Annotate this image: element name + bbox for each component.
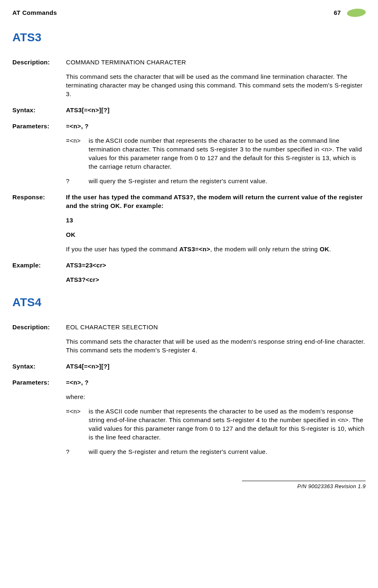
parameters-content-4: =<n>, ? where: =<n> is the ASCII code nu… bbox=[66, 378, 366, 456]
response-p2: 13 bbox=[66, 216, 366, 224]
section-title-ats3: ATS3 bbox=[12, 29, 366, 45]
param-val-n-4: is the ASCII code number that represents… bbox=[89, 407, 366, 442]
label-description: Description: bbox=[12, 58, 66, 66]
entry-parameters-4: Parameters: =<n>, ? where: =<n> is the A… bbox=[12, 378, 366, 456]
parameters-content: =<n>, ? =<n> is the ASCII code number th… bbox=[66, 122, 366, 185]
entry-response: Response: If the user has typed the comm… bbox=[12, 193, 366, 253]
footer-line bbox=[242, 481, 366, 481]
response-mixed: If you the user has typed the command AT… bbox=[66, 245, 366, 253]
label-description-4: Description: bbox=[12, 323, 66, 331]
response-p1: If the user has typed the command ATS3?,… bbox=[66, 193, 366, 210]
logo-swoosh-icon bbox=[345, 9, 367, 17]
content-description-4: EOL CHARACTER SELECTION This command set… bbox=[66, 323, 366, 354]
header-right: 67 bbox=[334, 8, 366, 17]
entry-syntax-4: Syntax: ATS4[=<n>][?] bbox=[12, 362, 366, 371]
syntax-value-4: ATS4[=<n>][?] bbox=[66, 362, 366, 371]
label-parameters: Parameters: bbox=[12, 122, 66, 130]
footer-text: P/N 90023363 Revision 1.9 bbox=[297, 483, 366, 489]
param-key-q: ? bbox=[66, 177, 89, 185]
desc-heading-4: EOL CHARACTER SELECTION bbox=[66, 323, 366, 331]
response-p3: OK bbox=[66, 230, 366, 239]
param-key-n-4: =<n> bbox=[66, 407, 89, 416]
param-row-q: ? will query the S-register and return t… bbox=[66, 177, 366, 185]
label-example: Example: bbox=[12, 261, 66, 269]
param-row-n-4: =<n> is the ASCII code number that repre… bbox=[66, 407, 366, 442]
label-response: Response: bbox=[12, 193, 66, 201]
param-row-n: =<n> is the ASCII code number that repre… bbox=[66, 136, 366, 171]
page-number: 67 bbox=[334, 8, 341, 17]
content-description: COMMAND TERMINATION CHARACTER This comma… bbox=[66, 58, 366, 98]
entry-example: Example: ATS3=23<cr> ATS3?<cr> bbox=[12, 261, 366, 284]
desc-text-4: This command sets the character that wil… bbox=[66, 337, 366, 354]
entry-parameters: Parameters: =<n>, ? =<n> is the ASCII co… bbox=[12, 122, 366, 185]
param-summary-4: =<n>, ? bbox=[66, 378, 366, 387]
entry-description: Description: COMMAND TERMINATION CHARACT… bbox=[12, 58, 366, 98]
entry-syntax: Syntax: ATS3[=<n>][?] bbox=[12, 106, 366, 114]
param-row-q-4: ? will query the S-register and return t… bbox=[66, 447, 366, 456]
header-left: AT Commands bbox=[12, 8, 57, 17]
label-parameters-4: Parameters: bbox=[12, 378, 66, 387]
page-footer: P/N 90023363 Revision 1.9 bbox=[12, 481, 366, 490]
param-summary: =<n>, ? bbox=[66, 122, 366, 130]
param-key-q-4: ? bbox=[66, 447, 89, 456]
param-val-n: is the ASCII code number that represents… bbox=[89, 136, 366, 171]
example-content: ATS3=23<cr> ATS3?<cr> bbox=[66, 261, 366, 284]
entry-description-4: Description: EOL CHARACTER SELECTION Thi… bbox=[12, 323, 366, 354]
param-val-q: will query the S-register and return the… bbox=[89, 177, 366, 185]
section-title-ats4: ATS4 bbox=[12, 294, 366, 310]
label-syntax-4: Syntax: bbox=[12, 362, 66, 371]
page-header: AT Commands 67 bbox=[12, 8, 366, 17]
example-l1: ATS3=23<cr> bbox=[66, 261, 366, 269]
response-content: If the user has typed the command ATS3?,… bbox=[66, 193, 366, 253]
desc-heading: COMMAND TERMINATION CHARACTER bbox=[66, 58, 366, 66]
param-val-q-4: will query the S-register and return the… bbox=[89, 447, 366, 456]
syntax-value: ATS3[=<n>][?] bbox=[66, 106, 366, 114]
desc-text: This command sets the character that wil… bbox=[66, 72, 366, 98]
param-key-n: =<n> bbox=[66, 136, 89, 145]
where-4: where: bbox=[66, 392, 366, 401]
example-l2: ATS3?<cr> bbox=[66, 275, 366, 284]
label-syntax: Syntax: bbox=[12, 106, 66, 114]
